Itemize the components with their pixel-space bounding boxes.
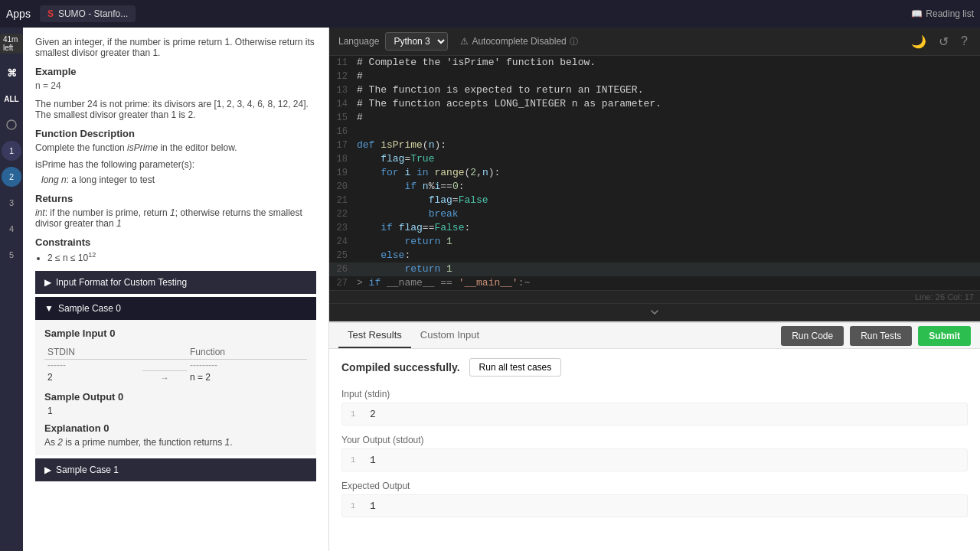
sidebar-cmd[interactable]: ⌘ xyxy=(2,63,21,83)
sample-fn-val: n = 2 xyxy=(187,370,307,385)
active-tab[interactable]: S SUMO - Stanfo... xyxy=(40,5,136,22)
bottom-actions: Run Code Run Tests Submit xyxy=(781,326,971,346)
sidebar-numbers: 41m left ⌘ ALL 1 2 3 4 5 xyxy=(0,28,23,551)
sample-output-label: Sample Output 0 xyxy=(44,391,307,403)
input-box: 1 2 xyxy=(341,403,968,425)
input-row-1: 1 2 xyxy=(342,403,967,425)
not-prime-text: The number 24 is not prime: its divisors… xyxy=(35,99,316,120)
code-line-14: 14 # The function accepts LONG_INTEGER n… xyxy=(329,97,980,111)
code-line-24: 24 return 1 xyxy=(329,235,980,249)
sidebar-item-2[interactable]: 2 xyxy=(2,167,21,187)
constraints-list: 2 ≤ n ≤ 1012 xyxy=(47,251,316,263)
topbar: Apps S SUMO - Stanfo... 📖 Reading list xyxy=(0,0,980,28)
code-line-20: 20 if n%i==0: xyxy=(329,180,980,194)
collapse-button[interactable] xyxy=(329,303,980,321)
code-line-21: 21 flag=False xyxy=(329,194,980,207)
sample-input-label: Sample Input 0 xyxy=(44,328,307,339)
input-val-1: 2 xyxy=(364,406,382,423)
apps-label[interactable]: Apps xyxy=(6,8,31,20)
sidebar-item-1[interactable]: 1 xyxy=(2,141,21,161)
bottom-panel: Test Results Custom Input Run Code Run T… xyxy=(329,321,980,551)
code-line-18: 18 flag=True xyxy=(329,152,980,166)
run-all-button[interactable]: Run all test cases xyxy=(469,358,562,377)
returns-section: Returns int: if the number is prime, ret… xyxy=(35,193,316,229)
run-code-button[interactable]: Run Code xyxy=(781,326,844,346)
code-line-16: 16 xyxy=(329,125,980,139)
help-button[interactable]: ? xyxy=(958,33,971,50)
submit-button[interactable]: Submit xyxy=(918,326,971,346)
accordion-arrow-3: ▶ xyxy=(44,465,51,475)
sidebar-item-3[interactable]: 3 xyxy=(2,193,21,213)
timer: 41m left xyxy=(0,34,23,54)
code-line-22: 22 break xyxy=(329,207,980,221)
code-line-26: 26 return 1 xyxy=(329,262,980,276)
sample-row: 2 → n = 2 xyxy=(44,370,307,385)
sumo-icon: S xyxy=(47,8,54,19)
sidebar-all[interactable]: ALL xyxy=(2,89,21,109)
editor-area: Language Python 3 ⚠ Autocomplete Disable… xyxy=(329,28,980,551)
params-list: long n: a long integer to test xyxy=(41,174,316,185)
tab-custom-input[interactable]: Custom Input xyxy=(411,323,488,348)
tab-test-results[interactable]: Test Results xyxy=(338,323,411,348)
sample-stdin-val: 2 xyxy=(44,370,142,385)
sample-input-table: STDIN Function ------ --------- xyxy=(44,345,307,385)
line-info: Line: 26 Col: 17 xyxy=(329,290,980,303)
sidebar-item-4[interactable]: 4 xyxy=(2,219,21,239)
explanation-text: As 2 is a prime number, the function ret… xyxy=(44,437,307,448)
problem-intro: Given an integer, if the number is prime… xyxy=(35,37,316,58)
code-line-27: 27 > if __name__ == '__main__':~ xyxy=(329,276,980,290)
code-line-23: 23 if flag==False: xyxy=(329,221,980,235)
example-n: n = 24 xyxy=(35,80,316,91)
code-line-12: 12 # xyxy=(329,70,980,83)
accordion-arrow-1: ▶ xyxy=(44,277,51,288)
code-editor[interactable]: 11 # Complete the 'isPrime' function bel… xyxy=(329,56,980,290)
your-output-label: Your Output (stdout) xyxy=(341,435,968,445)
input-label: Input (stdin) xyxy=(341,389,968,399)
sample-case-0-content: Sample Input 0 STDIN Function ------ xyxy=(35,320,316,455)
sidebar-item-home[interactable] xyxy=(2,115,21,135)
editor-toolbar: Language Python 3 ⚠ Autocomplete Disable… xyxy=(329,28,980,56)
theme-toggle-button[interactable]: 🌙 xyxy=(908,33,929,51)
code-line-19: 19 for i in range(2,n): xyxy=(329,166,980,180)
code-line-11: 11 # Complete the 'isPrime' function bel… xyxy=(329,56,980,70)
your-output-section: Your Output (stdout) 1 1 xyxy=(341,435,968,471)
expected-output-section: Expected Output 1 1 xyxy=(341,481,968,517)
stdin-col-header: STDIN xyxy=(44,345,142,360)
accordion-sample-1[interactable]: ▶ Sample Case 1 xyxy=(35,458,316,481)
expected-row-1: 1 1 xyxy=(342,495,967,517)
code-line-15: 15 # xyxy=(329,111,980,125)
language-select[interactable]: Python 3 xyxy=(385,32,448,51)
sample-output-val: 1 xyxy=(47,406,307,416)
constraints-title: Constraints xyxy=(35,236,316,248)
problem-example: Example n = 24 xyxy=(35,66,316,91)
bottom-content: Compiled successfully. Run all test case… xyxy=(329,349,980,551)
example-title: Example xyxy=(35,66,316,77)
reading-list[interactable]: 📖 Reading list xyxy=(911,8,974,19)
accordion-sample-0[interactable]: ▼ Sample Case 0 xyxy=(35,297,316,320)
your-output-val-1: 1 xyxy=(364,452,382,469)
undo-button[interactable]: ↺ xyxy=(936,33,952,51)
main-layout: 41m left ⌘ ALL 1 2 3 4 5 Given an intege… xyxy=(0,28,980,551)
returns-body: int: if the number is prime, return 1; o… xyxy=(35,207,316,229)
accordion-arrow-2: ▼ xyxy=(44,303,54,314)
language-label: Language xyxy=(338,36,379,47)
constraint-item: 2 ≤ n ≤ 1012 xyxy=(47,251,316,263)
expected-output-label: Expected Output xyxy=(341,481,968,491)
expected-val-1: 1 xyxy=(364,497,382,515)
constraints-section: Constraints 2 ≤ n ≤ 1012 xyxy=(35,236,316,263)
compiled-bar: Compiled successfully. Run all test case… xyxy=(341,358,968,377)
your-output-row-1: 1 1 xyxy=(342,449,967,471)
sidebar-item-5[interactable]: 5 xyxy=(2,245,21,265)
warning-icon: ⚠ xyxy=(460,36,469,47)
your-output-box: 1 1 xyxy=(341,448,968,471)
reading-icon: 📖 xyxy=(911,8,923,19)
params-header: isPrime has the following parameter(s): xyxy=(35,159,316,170)
func-desc-body: Complete the function isPrime in the edi… xyxy=(35,142,316,153)
svg-point-0 xyxy=(7,120,16,129)
expected-output-box: 1 1 xyxy=(341,494,968,517)
accordion-custom-testing[interactable]: ▶ Input Format for Custom Testing xyxy=(35,271,316,294)
run-tests-button[interactable]: Run Tests xyxy=(850,326,912,346)
tab-title: SUMO - Stanfo... xyxy=(58,8,128,19)
accordion: ▶ Input Format for Custom Testing ▼ Samp… xyxy=(35,271,316,481)
autocomplete-badge: ⚠ Autocomplete Disabled ⓘ xyxy=(460,36,577,47)
